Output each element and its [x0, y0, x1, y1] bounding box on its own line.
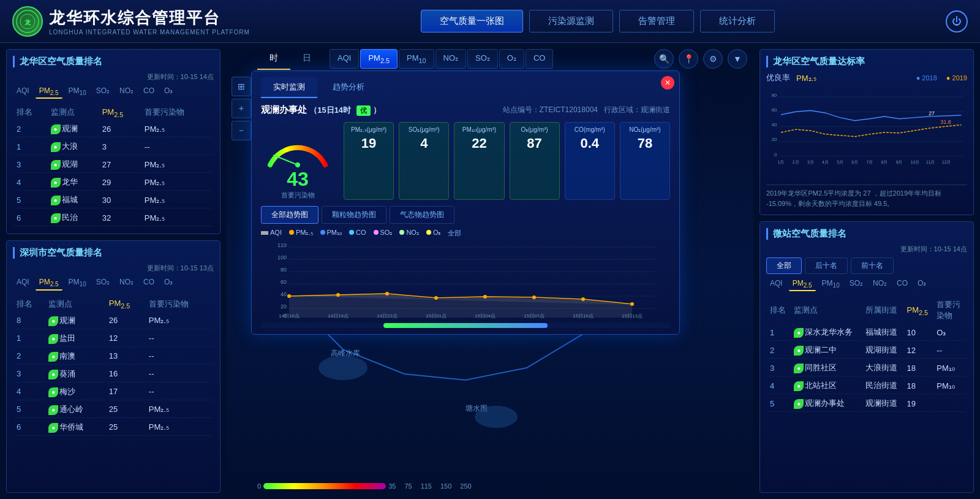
rank-cell: 6 [14, 210, 47, 226]
mpol-pm10[interactable]: PM10 [399, 49, 434, 69]
pollutant-cell: -- [142, 139, 213, 155]
station-name-text: 观澜办事处 [261, 104, 307, 115]
table-row: 4 ●北站社区 民治街道 18 PM₁₀ [767, 378, 966, 394]
station-code: ZTEICT12018004 [540, 105, 598, 114]
pin-tool-icon[interactable]: 📍 [679, 49, 698, 69]
zoom-in-icon[interactable]: ＋ [232, 99, 251, 118]
pm25-cell: 26 [107, 313, 145, 329]
mtab-no2[interactable]: NO₂ [869, 278, 891, 291]
m-col-pollutant: 首要污染物 [934, 297, 966, 323]
chart-legend: AQI PM₂.₅ PM₁₀ CO SO₂ NO₂ [261, 229, 670, 238]
nav-stats[interactable]: 统计分析 [700, 10, 775, 32]
stab-pm10[interactable]: PM10 [65, 276, 90, 290]
leaf-icon: ● [48, 405, 58, 415]
modal-tab-trend[interactable]: 趋势分析 [320, 77, 377, 98]
pm25-cell: 16 [107, 366, 145, 383]
mpol-aqi[interactable]: AQI [330, 49, 359, 69]
pm25-cell: 29 [100, 174, 141, 191]
no2-card: NO₂(μg/m³) 78 [620, 122, 670, 200]
trend-tab-all[interactable]: 全部趋势图 [261, 206, 318, 224]
mtab-pm10[interactable]: PM10 [818, 278, 843, 291]
chart-scrollbar-thumb[interactable] [383, 323, 547, 328]
stab-co[interactable]: CO [140, 276, 158, 290]
mpol-co[interactable]: CO [526, 49, 554, 69]
pollutant-cell: -- [146, 348, 213, 365]
ltab-no2[interactable]: NO₂ [116, 85, 137, 99]
pollutant-cell: -- [934, 342, 966, 359]
map-tab-day[interactable]: 日 [290, 48, 323, 70]
mpol-no2[interactable]: NO₂ [435, 49, 467, 69]
mpol-pm25[interactable]: PM2.5 [360, 49, 398, 69]
trend-tabs: 全部趋势图 颗粒物趋势图 气态物趋势图 [261, 206, 670, 224]
svg-line-21 [274, 155, 298, 165]
nav-air-quality[interactable]: 空气质量一张图 [421, 10, 523, 32]
pm25-cell: 25 [107, 402, 145, 418]
svg-text:20: 20 [281, 303, 287, 310]
nav-pollution[interactable]: 污染源监测 [529, 10, 613, 32]
legend-o3: O₃ [426, 229, 441, 238]
stab-pm25[interactable]: PM2.5 [36, 276, 62, 290]
stab-o3[interactable]: O₃ [160, 276, 176, 290]
station-area: 观澜街道 [641, 105, 670, 114]
micro-ftab-bottom10[interactable]: 后十名 [805, 257, 848, 274]
micro-ftab-top10[interactable]: 前十名 [851, 257, 894, 274]
pm25-cell: 3 [100, 139, 141, 155]
micro-ftab-all[interactable]: 全部 [766, 257, 802, 274]
pm10-label: PM₁₀(μg/m³) [459, 126, 499, 133]
legend-115: 115 [421, 482, 432, 490]
leaf-icon: ● [794, 381, 804, 391]
settings-tool-icon[interactable]: ⚙ [703, 49, 723, 69]
stab-aqi[interactable]: AQI [13, 276, 33, 290]
svg-text:15日10点: 15日10点 [573, 313, 594, 319]
ltab-pm25[interactable]: PM2.5 [36, 85, 62, 99]
mtab-co[interactable]: CO [893, 278, 911, 291]
legend-min: 0 [257, 482, 261, 490]
search-tool-icon[interactable]: 🔍 [654, 49, 674, 69]
mpol-o2[interactable]: O₂ [499, 49, 524, 69]
metric-cards: PM₂.₅(μg/m³) 19 SO₂(μg/m³) 4 PM₁₀(μg/m³)… [344, 122, 670, 200]
nav-alarm[interactable]: 告警管理 [619, 10, 694, 32]
trend-tab-gas[interactable]: 气态物趋势图 [390, 206, 454, 224]
shenzhen-ranking-title: 深圳市空气质量排名 [13, 247, 214, 259]
map-tab-hour[interactable]: 时 [257, 48, 290, 70]
ltab-aqi[interactable]: AQI [13, 85, 33, 99]
modal-tab-realtime[interactable]: 实时监测 [261, 77, 317, 98]
legend-all[interactable]: 全部 [448, 229, 461, 238]
map-tools-right: 🔍 📍 ⚙ ▼ [654, 49, 753, 69]
mtab-so2[interactable]: SO₂ [846, 278, 867, 291]
mtab-pm25[interactable]: PM2.5 [789, 278, 816, 291]
leaf-icon: ● [51, 142, 61, 152]
expand-tool-icon[interactable]: ▼ [728, 49, 747, 69]
ltab-pm10[interactable]: PM10 [65, 85, 90, 99]
ltab-co[interactable]: CO [140, 85, 158, 99]
legend-no2: NO₂ [399, 229, 419, 238]
m-col-station: 监测点 [791, 297, 861, 323]
main-nav: 空气质量一张图 污染源监测 告警管理 统计分析 [421, 10, 775, 32]
pm25-cell: 17 [107, 384, 145, 400]
svg-point-19 [318, 356, 368, 380]
micro-update-time: 更新时间：10-15 14点 [766, 245, 967, 254]
station-cell: ●华侨城 [46, 419, 105, 436]
rank-cell: 4 [14, 174, 47, 191]
stab-so2[interactable]: SO₂ [92, 276, 113, 290]
ltab-so2[interactable]: SO₂ [92, 85, 113, 99]
pm10-card: PM₁₀(μg/m³) 22 [454, 122, 504, 200]
trend-tab-particle[interactable]: 颗粒物趋势图 [322, 206, 386, 224]
mpol-so2[interactable]: SO₂ [467, 49, 498, 69]
grid-icon[interactable]: ⊞ [232, 77, 251, 96]
ltab-o3[interactable]: O₃ [160, 85, 176, 99]
station-meta: 站点编号：ZTEICT12018004 行政区域：观澜街道 [503, 105, 670, 115]
legend-aqi-rect [261, 231, 268, 235]
modal-close-button[interactable]: ✕ [661, 76, 674, 90]
zoom-out-icon[interactable]: － [232, 121, 251, 140]
station-cell: ●南澳 [46, 348, 105, 365]
leaf-icon: ● [48, 352, 58, 362]
station-quality-badge: 优 [356, 105, 371, 116]
chart-scrollbar[interactable] [261, 323, 670, 328]
mtab-o3[interactable]: O₃ [914, 278, 930, 291]
stab-no2[interactable]: NO₂ [116, 276, 137, 290]
street-cell: 民治街道 [863, 378, 903, 394]
power-button[interactable]: ⏻ [946, 10, 968, 32]
micro-table-scroll[interactable]: 排名 监测点 所属街道 PM2.5 首要污染物 1 ●深水龙华水务 福城街道 1… [766, 296, 967, 413]
mtab-aqi[interactable]: AQI [766, 278, 786, 291]
